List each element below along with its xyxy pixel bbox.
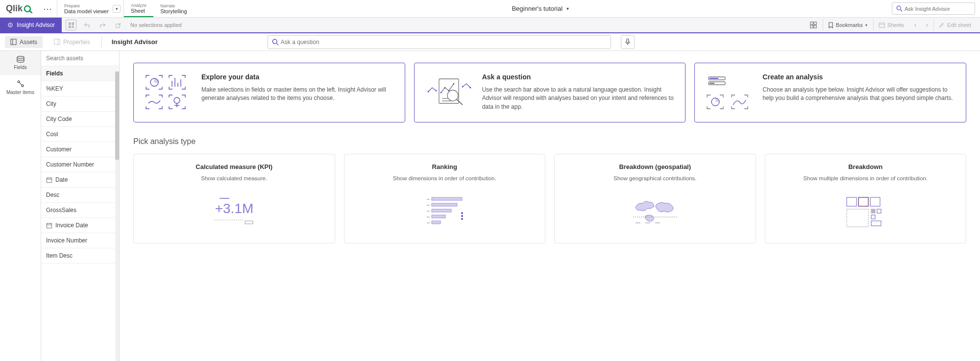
field-item[interactable]: Date xyxy=(41,172,119,188)
nav-tab-analyze[interactable]: Analyze Sheet xyxy=(124,0,153,17)
calendar-icon xyxy=(46,177,52,183)
svg-rect-69 xyxy=(432,203,457,206)
options-button[interactable] xyxy=(805,19,822,31)
insight-advisor-button[interactable]: Insight Advisor xyxy=(0,18,62,32)
assets-tab[interactable]: Assets xyxy=(5,36,43,48)
svg-rect-11 xyxy=(810,22,813,24)
svg-rect-13 xyxy=(810,25,813,28)
svg-point-55 xyxy=(462,86,463,88)
card-create[interactable]: Create an analysis Choose an analysis ty… xyxy=(694,63,966,122)
insight-toolbar: Assets Properties Insight Advisor xyxy=(0,33,980,51)
explore-icon xyxy=(144,73,193,112)
field-item[interactable]: Cost xyxy=(41,127,119,142)
analysis-card-geo[interactable]: Breakdown (geospatial) Show geographical… xyxy=(554,154,756,243)
nav-tab-main: Data model viewer xyxy=(64,8,109,14)
bookmarks-label: Bookmarks xyxy=(836,22,863,28)
properties-label: Properties xyxy=(63,39,90,46)
rail-item-fields[interactable]: Fields xyxy=(0,51,41,75)
card-explore[interactable]: Explore your data Make selections in fie… xyxy=(133,63,405,122)
scrollbar-thumb[interactable] xyxy=(115,72,119,160)
svg-point-26 xyxy=(18,81,20,83)
app-title-dropdown[interactable]: Beginner's tutorial ▾ xyxy=(194,0,887,17)
svg-rect-7 xyxy=(69,26,70,27)
analysis-card-kpi[interactable]: Calculated measure (KPI) Show calculated… xyxy=(133,154,335,243)
microphone-button[interactable] xyxy=(621,35,635,49)
selection-tools: No selections applied xyxy=(62,20,186,30)
analysis-card-breakdown[interactable]: Breakdown Show multiple dimensions in or… xyxy=(765,154,967,243)
field-label: Invoice Date xyxy=(55,222,88,229)
ask-question-box[interactable] xyxy=(268,35,611,49)
card-body: Choose an analysis type below. Insight A… xyxy=(762,86,956,103)
properties-tab[interactable]: Properties xyxy=(49,36,96,48)
sheets-dropdown[interactable]: Sheets xyxy=(873,19,909,31)
svg-line-52 xyxy=(457,99,463,105)
svg-rect-65 xyxy=(245,221,253,224)
asset-rail: Fields Master items xyxy=(0,51,41,361)
field-item[interactable]: City Code xyxy=(41,112,119,127)
more-menu-button[interactable]: ⋯ xyxy=(38,0,57,17)
svg-rect-10 xyxy=(116,24,119,27)
svg-rect-6 xyxy=(69,23,70,24)
svg-line-22 xyxy=(276,43,278,45)
svg-rect-83 xyxy=(847,197,857,206)
field-item[interactable]: %KEY xyxy=(41,81,119,96)
kpi-illustration: +3.1M xyxy=(141,190,328,234)
insight-button-label: Insight Advisor xyxy=(17,22,55,28)
fields-header: Fields xyxy=(41,66,119,81)
next-sheet-button[interactable]: › xyxy=(922,20,932,30)
field-label: %KEY xyxy=(46,85,63,92)
svg-point-9 xyxy=(72,25,74,27)
svg-rect-12 xyxy=(814,22,816,24)
svg-rect-17 xyxy=(11,39,16,45)
insight-title: Insight Advisor xyxy=(108,38,158,46)
svg-rect-90 xyxy=(871,221,881,226)
svg-rect-8 xyxy=(72,23,74,24)
edit-sheet-label: Edit sheet xyxy=(947,22,971,28)
scrollbar[interactable] xyxy=(115,72,119,361)
svg-rect-28 xyxy=(47,178,51,182)
rail-label: Fields xyxy=(14,65,27,70)
ask-insight-search[interactable] xyxy=(892,2,975,15)
card-ask[interactable]: Ask a question Use the search bar above … xyxy=(414,63,686,122)
master-items-icon xyxy=(17,80,24,88)
field-item[interactable]: Item Desc xyxy=(41,248,119,264)
svg-point-53 xyxy=(427,91,429,93)
fields-search[interactable] xyxy=(41,51,119,66)
fields-panel: Fields %KEYCityCity CodeCostCustomerCust… xyxy=(41,51,120,361)
nav-tab-narrate[interactable]: Narrate Storytelling xyxy=(153,0,194,17)
field-item[interactable]: Invoice Date xyxy=(41,218,119,233)
top-search-input[interactable] xyxy=(905,6,972,12)
nav-tab-prepare[interactable]: Prepare Data model viewer ▾ xyxy=(57,0,124,17)
ask-input[interactable] xyxy=(281,39,607,46)
svg-rect-67 xyxy=(432,197,462,200)
clear-selections-icon[interactable] xyxy=(113,20,123,30)
step-back-icon[interactable] xyxy=(81,20,92,30)
field-item[interactable]: Customer Number xyxy=(41,157,119,172)
step-forward-icon[interactable] xyxy=(97,20,108,30)
prev-sheet-button[interactable]: ‹ xyxy=(910,20,921,30)
field-label: City xyxy=(46,100,56,107)
chevron-down-icon[interactable]: ▾ xyxy=(113,5,121,13)
rail-item-master[interactable]: Master items xyxy=(0,75,41,100)
search-icon xyxy=(896,5,903,12)
field-item[interactable]: Desc xyxy=(41,188,119,203)
svg-point-2 xyxy=(897,6,901,10)
svg-line-3 xyxy=(901,10,903,12)
analysis-card-ranking[interactable]: Ranking Show dimensions in order of cont… xyxy=(344,154,546,243)
calendar-icon xyxy=(46,222,52,229)
main-area: Fields Master items Fields %KEYCityCity … xyxy=(0,51,980,361)
nav-tabs: Prepare Data model viewer ▾ Analyze Shee… xyxy=(57,0,194,17)
svg-point-51 xyxy=(447,90,458,101)
bookmarks-dropdown[interactable]: Bookmarks ▾ xyxy=(823,19,872,31)
svg-point-78 xyxy=(461,218,463,220)
field-label: Customer Number xyxy=(46,161,94,168)
smart-search-icon[interactable] xyxy=(66,20,76,30)
field-item[interactable]: City xyxy=(41,96,119,112)
svg-point-25 xyxy=(17,56,24,58)
fields-search-input[interactable] xyxy=(46,55,114,62)
field-item[interactable]: Invoice Number xyxy=(41,233,119,248)
edit-sheet-button[interactable]: Edit sheet xyxy=(933,19,976,31)
field-item[interactable]: GrossSales xyxy=(41,203,119,218)
field-item[interactable]: Customer xyxy=(41,142,119,157)
svg-rect-15 xyxy=(879,23,884,27)
